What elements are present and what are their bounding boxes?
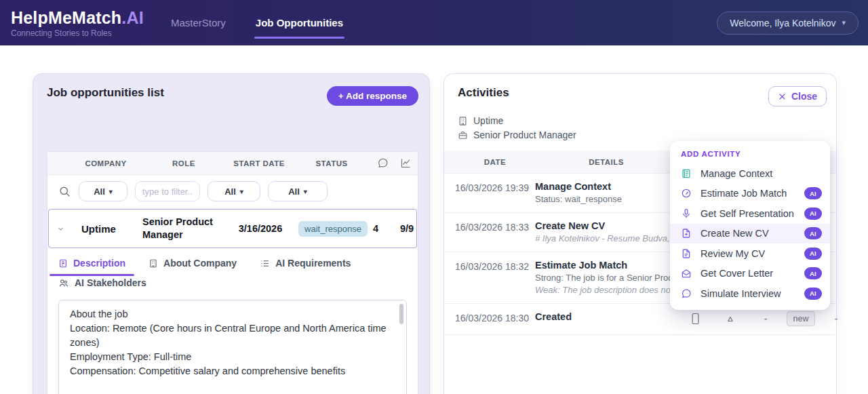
user-menu-button[interactable]: Welcome, Ilya Kotelnikov ▾ (717, 12, 859, 35)
caret-down-icon: ▾ (304, 188, 307, 195)
job-detail-tabs: Description About Company AI Requirement… (47, 248, 418, 296)
close-button[interactable]: Close (768, 86, 827, 106)
microphone-icon (681, 208, 692, 219)
building-icon (458, 116, 468, 126)
start-date-filter-value: All (224, 186, 236, 197)
job-comments-count: 4 (373, 223, 395, 234)
tab-about-company[interactable]: About Company (149, 258, 237, 276)
tab-ai-requirements[interactable]: AI Requirements (260, 258, 351, 276)
menu-item-create-new-cv[interactable]: Create New CV AI (670, 224, 830, 244)
activity-subtext: Weak: The job description does not. (535, 285, 677, 295)
caret-down-icon: ▾ (842, 18, 846, 27)
col-header-start-date: START DATE (226, 159, 292, 168)
col-header-details: DETAILS (535, 158, 677, 166)
briefcase-icon (458, 130, 468, 140)
menu-item-label: Manage Context (701, 168, 772, 179)
brand-tagline: Connecting Stories to Roles (11, 28, 165, 38)
people-icon (58, 278, 69, 288)
context-role: Senior Product Manager (458, 130, 823, 140)
envelope-open-icon (681, 268, 692, 279)
building-icon (149, 258, 158, 269)
activity-subtext: Strong: The job is for a Senior Prod.. (535, 273, 677, 283)
main-nav: MasterStory Job Opportunities (171, 0, 343, 45)
activity-title: Manage Context (535, 181, 677, 192)
menu-item-label: Create New CV (701, 228, 769, 239)
file-text-icon (681, 248, 692, 259)
context-role-name: Senior Product Manager (473, 130, 576, 140)
tab-label: Description (73, 258, 125, 269)
role-filter-input[interactable] (135, 181, 200, 201)
tab-ai-stakeholders[interactable]: AI Stakeholders (58, 277, 146, 296)
triangle-icon[interactable] (713, 315, 748, 323)
new-status-chip: new (787, 311, 816, 326)
job-role: Senior Product Manager (142, 216, 228, 241)
status-filter-select[interactable]: All ▾ (268, 181, 328, 201)
caret-down-icon: ▾ (109, 188, 113, 195)
chat-bubble-icon (681, 288, 692, 299)
ai-badge: AI (804, 208, 822, 220)
menu-item-label: Get Self Presentation (701, 208, 794, 219)
menu-item-label: Simulate Interview (701, 288, 781, 299)
ai-badge: AI (804, 288, 822, 300)
activity-title: Create New CV (535, 220, 677, 231)
tab-label: About Company (163, 258, 237, 269)
ai-badge: AI (804, 248, 822, 260)
document-icon (58, 258, 68, 269)
start-date-filter-select[interactable]: All ▾ (208, 181, 260, 201)
add-response-button[interactable]: + Add response (327, 86, 418, 106)
close-icon (778, 92, 787, 101)
activity-date: 16/03/2026 19:39 (455, 181, 535, 204)
activities-title: Activities (458, 86, 509, 100)
description-textarea[interactable]: About the job Location: Remote (Core hou… (58, 300, 407, 394)
menu-item-review-my-cv[interactable]: Review My CV AI (670, 243, 830, 264)
brand-suffix: .AI (121, 8, 144, 27)
activity-title: Created (535, 311, 677, 322)
job-opportunities-panel: Job opportunities list + Add response CO… (33, 73, 430, 394)
activity-subtext: # Ilya Kotelnikov - Resume Budva, ... (535, 233, 677, 243)
chevron-down-icon[interactable] (49, 224, 72, 233)
menu-item-simulate-interview[interactable]: Simulate Interview AI (670, 283, 830, 304)
tab-description[interactable]: Description (58, 258, 125, 276)
col-header-status: STATUS (292, 159, 372, 168)
empty-value-dash: - (748, 313, 783, 324)
job-company: Uptime (72, 223, 142, 235)
add-activity-menu-title: ADD ACTIVITY (670, 150, 830, 163)
nav-tab-job-opportunities[interactable]: Job Opportunities (256, 14, 343, 31)
gauge-icon (681, 188, 692, 199)
col-header-date: DATE (455, 158, 535, 166)
user-menu-label: Welcome, Ilya Kotelnikov (730, 18, 835, 28)
list-icon (260, 258, 270, 269)
ai-badge: AI (804, 227, 822, 239)
activity-date: 16/03/2026 18:33 (455, 220, 535, 243)
jobs-filter-row: All ▾ All ▾ All ▾ (47, 175, 418, 208)
company-filter-value: All (94, 186, 105, 197)
nav-tab-masterstory[interactable]: MasterStory (171, 14, 226, 31)
caret-down-icon: ▾ (240, 188, 243, 195)
job-start-date: 3/16/2026 (228, 223, 293, 234)
company-filter-select[interactable]: All ▾ (79, 181, 127, 201)
context-company: Uptime (458, 115, 823, 126)
menu-item-manage-context[interactable]: Manage Context (670, 163, 830, 184)
menu-item-estimate-job-match[interactable]: Estimate Job Match AI (670, 184, 830, 204)
jobs-table-header: COMPANY ROLE START DATE STATUS (47, 152, 418, 175)
menu-item-label: Estimate Job Match (701, 188, 787, 199)
menu-item-label: Review My CV (701, 248, 765, 259)
job-row-uptime[interactable]: Uptime Senior Product Manager 3/16/2026 … (48, 209, 417, 248)
job-score: 9/9 (395, 223, 419, 234)
jobs-table-card: COMPANY ROLE START DATE STATUS All ▾ (47, 151, 418, 394)
context-company-name: Uptime (473, 115, 503, 126)
activity-row-actions: - new - (677, 311, 854, 326)
add-activity-menu: ADD ACTIVITY Manage Context Estimate Job… (670, 141, 830, 310)
scrollbar-thumb[interactable] (399, 304, 403, 324)
chart-column-icon (393, 157, 418, 169)
app-header: HelpMeMatch.AI Connecting Stories to Rol… (0, 0, 868, 45)
menu-item-get-self-presentation[interactable]: Get Self Presentation AI (670, 203, 830, 224)
activity-date: 16/03/2026 18:32 (455, 260, 535, 295)
activity-title: Estimate Job Match (535, 260, 677, 271)
file-outline-icon[interactable] (677, 312, 713, 326)
description-editor: About the job Location: Remote (Core hou… (58, 300, 407, 394)
menu-item-get-cover-letter[interactable]: Get Cover Letter AI (670, 264, 830, 284)
tab-label: AI Stakeholders (75, 277, 146, 288)
comments-column-icon (372, 157, 393, 169)
ai-badge: AI (804, 267, 822, 279)
